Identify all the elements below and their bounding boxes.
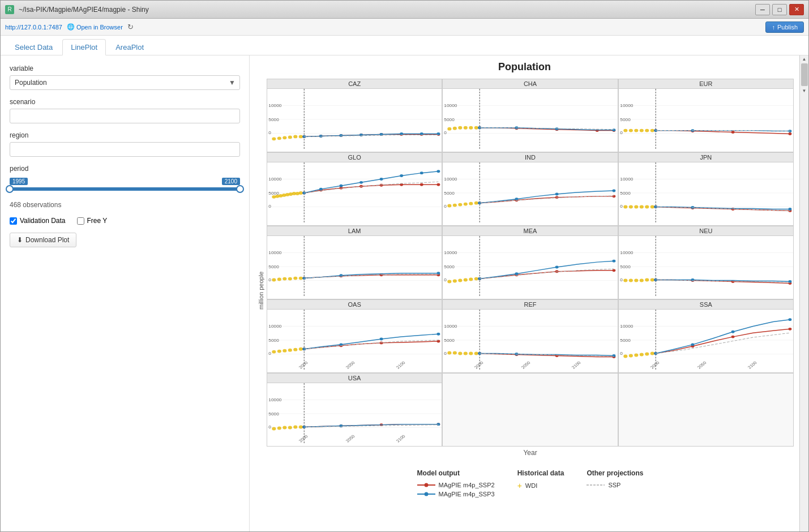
scenario-label: scenario bbox=[10, 98, 240, 106]
svg-text:0: 0 bbox=[268, 204, 271, 209]
svg-point-176 bbox=[448, 280, 452, 284]
svg-point-224 bbox=[299, 347, 303, 351]
svg-point-100 bbox=[380, 178, 383, 181]
svg-text:0: 0 bbox=[268, 425, 271, 430]
chart-cell-glo: GLO bbox=[267, 152, 442, 226]
svg-text:0: 0 bbox=[444, 351, 447, 356]
tab-areaplot[interactable]: AreaPlot bbox=[107, 39, 152, 55]
svg-rect-239 bbox=[443, 310, 617, 370]
svg-point-95 bbox=[436, 183, 440, 186]
svg-point-296 bbox=[288, 426, 292, 430]
sidebar: variable Population ▼ scenario region bbox=[1, 55, 250, 531]
free-y-input[interactable] bbox=[77, 217, 84, 225]
scrollbar-down-button[interactable]: ▼ bbox=[801, 87, 808, 94]
legend-ssp3-line-icon bbox=[417, 491, 435, 497]
window-controls: ─ □ ✕ bbox=[755, 4, 804, 15]
chart-title-cha: CHA bbox=[443, 79, 617, 89]
main-window: R ~/Isa-PIK/Magpie/MAgPIE4/magpie - Shin… bbox=[0, 0, 809, 532]
svg-rect-129 bbox=[619, 162, 793, 222]
scenario-input[interactable] bbox=[10, 109, 240, 123]
chart-cell-usa: USA bbox=[267, 373, 442, 447]
svg-point-294 bbox=[277, 427, 281, 430]
svg-point-209 bbox=[691, 278, 694, 281]
svg-point-199 bbox=[628, 279, 632, 282]
validation-data-input[interactable] bbox=[10, 217, 17, 225]
svg-text:10000: 10000 bbox=[620, 324, 633, 329]
main-layout: variable Population ▼ scenario region bbox=[1, 55, 808, 531]
svg-point-125 bbox=[613, 190, 616, 192]
svg-point-200 bbox=[634, 279, 638, 282]
svg-rect-53 bbox=[619, 89, 793, 149]
svg-point-201 bbox=[639, 279, 643, 282]
svg-point-270 bbox=[634, 354, 638, 357]
svg-point-203 bbox=[650, 278, 654, 282]
y-axis-label: million people bbox=[255, 79, 267, 502]
svg-point-103 bbox=[436, 170, 440, 173]
svg-point-158 bbox=[288, 277, 292, 281]
svg-point-247 bbox=[464, 352, 468, 355]
tab-select-data[interactable]: Select Data bbox=[6, 39, 61, 55]
svg-point-63 bbox=[650, 129, 654, 132]
download-plot-button[interactable]: ⬇ Download Plot bbox=[10, 233, 76, 247]
variable-select[interactable]: Population bbox=[10, 75, 240, 90]
region-input[interactable] bbox=[10, 142, 240, 157]
svg-point-117 bbox=[474, 201, 478, 205]
svg-point-94 bbox=[420, 183, 423, 186]
svg-rect-263 bbox=[619, 310, 793, 370]
svg-point-268 bbox=[623, 355, 627, 358]
validation-data-checkbox[interactable]: Validation Data bbox=[10, 217, 66, 225]
close-button[interactable]: ✕ bbox=[789, 4, 804, 15]
svg-point-49 bbox=[613, 128, 616, 131]
svg-point-58 bbox=[623, 129, 627, 132]
svg-point-6 bbox=[277, 136, 281, 140]
scrollbar-thumb[interactable] bbox=[801, 63, 808, 86]
publish-icon: ↑ bbox=[772, 24, 775, 31]
svg-text:10000: 10000 bbox=[444, 104, 457, 108]
slider-min-label: 1995 bbox=[10, 178, 28, 185]
slider-handle-right[interactable] bbox=[236, 185, 244, 193]
variable-label: variable bbox=[10, 65, 240, 72]
publish-button[interactable]: ↑ Publish bbox=[765, 22, 804, 33]
chart-cell-oas: OAS bbox=[267, 299, 442, 373]
svg-point-159 bbox=[293, 277, 297, 280]
open-browser-button[interactable]: 🌐 Open in Browser bbox=[67, 23, 123, 31]
svg-point-136 bbox=[634, 205, 638, 209]
svg-point-124 bbox=[555, 192, 559, 195]
scrollbar-up-button[interactable]: ▲ bbox=[801, 55, 808, 62]
svg-point-269 bbox=[628, 354, 632, 358]
svg-text:0: 0 bbox=[268, 278, 271, 282]
tab-lineplot[interactable]: LinePlot bbox=[62, 39, 106, 55]
svg-point-21 bbox=[339, 134, 343, 137]
free-y-checkbox[interactable]: Free Y bbox=[77, 217, 108, 225]
chart-title-neu: NEU bbox=[619, 226, 793, 236]
svg-point-277 bbox=[788, 328, 791, 331]
chart-title-ssa: SSA bbox=[619, 300, 793, 310]
slider-track[interactable] bbox=[10, 187, 240, 191]
maximize-button[interactable]: □ bbox=[772, 4, 787, 15]
svg-text:10000: 10000 bbox=[620, 251, 633, 255]
svg-point-189 bbox=[613, 260, 616, 263]
svg-point-48 bbox=[555, 127, 559, 130]
svg-point-139 bbox=[650, 205, 654, 209]
svg-point-62 bbox=[645, 129, 649, 132]
legend-ssp-line-icon bbox=[587, 482, 605, 488]
slider-handle-left[interactable] bbox=[6, 185, 14, 193]
svg-text:5000: 5000 bbox=[268, 338, 279, 343]
chart-cell-cha: CHA bbox=[442, 79, 618, 152]
refresh-button[interactable]: ↻ bbox=[127, 23, 134, 31]
minimize-button[interactable]: ─ bbox=[755, 4, 770, 15]
close-icon: ✕ bbox=[794, 6, 799, 13]
svg-point-7 bbox=[282, 136, 286, 139]
svg-point-219 bbox=[272, 350, 276, 354]
svg-text:5000: 5000 bbox=[444, 338, 455, 343]
svg-rect-288 bbox=[267, 383, 442, 443]
chart-cell-ind: IND bbox=[442, 152, 618, 226]
address-url: http://127.0.0.1:7487 bbox=[5, 24, 62, 31]
chart-cell-ssa: SSA bbox=[618, 299, 794, 373]
chart-cell-ref: REF bbox=[442, 299, 618, 373]
svg-text:0: 0 bbox=[268, 131, 271, 135]
chart-title-lam: LAM bbox=[267, 226, 442, 236]
svg-point-67 bbox=[788, 132, 791, 135]
window-title: ~/Isa-PIK/Magpie/MAgPIE4/magpie - Shiny bbox=[19, 6, 149, 14]
svg-text:5000: 5000 bbox=[620, 338, 630, 343]
